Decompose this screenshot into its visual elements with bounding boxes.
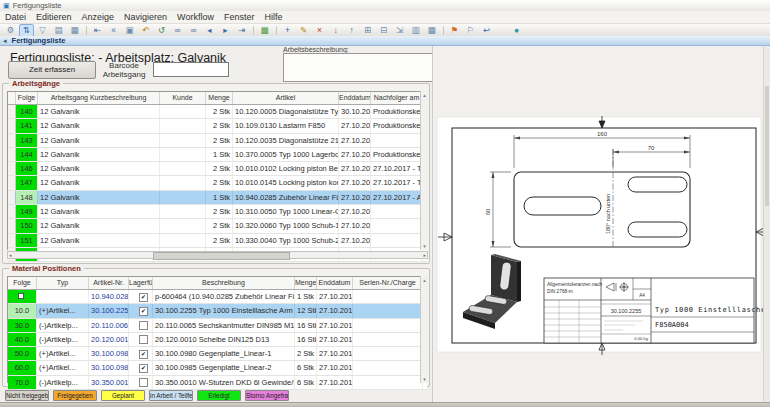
menu-navigieren[interactable]: Navigieren <box>119 11 172 24</box>
column-header[interactable]: Artikel-Nr. <box>89 277 129 289</box>
row-selector[interactable] <box>8 134 16 147</box>
prev-record-icon[interactable]: ◂ <box>202 24 217 37</box>
legend-erledigt[interactable]: Erledigt <box>197 390 241 401</box>
tab-fertigungsliste[interactable]: Fertigungsliste <box>12 36 66 45</box>
checkbox-checked-icon[interactable]: ✔ <box>139 364 148 373</box>
table-icon[interactable]: ▦ <box>424 24 439 37</box>
table-row[interactable]: 10.0(+)Artikel...30.100.2255✔30.100.2255… <box>8 304 427 318</box>
scroll-up-icon[interactable]: ▴ <box>421 277 428 283</box>
table-row[interactable]: 30.0(-)Artikelp...20.110.006520.110.0065… <box>8 319 427 333</box>
help-icon[interactable]: ● <box>509 24 524 37</box>
legend-storno-angefragt[interactable]: Storno Angefragt <box>245 390 289 401</box>
flag-outline-icon[interactable]: ⚐ <box>463 24 478 37</box>
row-selector[interactable] <box>8 119 16 132</box>
scroll-right-icon[interactable]: ▸ <box>423 252 426 258</box>
edit-icon[interactable]: ✎ <box>296 24 311 37</box>
menu-workflow[interactable]: Workflow <box>172 11 219 24</box>
table-row[interactable]: 60.0(+)Artikel...30.100.0985✔30.100.0985… <box>8 361 427 375</box>
flag-icon[interactable]: ⚑ <box>447 24 462 37</box>
row-selector[interactable] <box>8 205 16 218</box>
menu-hilfe[interactable]: Hilfe <box>259 11 287 24</box>
row-selector[interactable] <box>8 234 16 247</box>
scroll-up-icon[interactable]: ▴ <box>421 92 428 98</box>
delete-icon[interactable]: × <box>312 24 327 37</box>
column-header[interactable]: Lagerführung <box>129 277 153 289</box>
table-row[interactable]: 14712 Galvanik2 Stk10.010.0145 Locking p… <box>8 176 427 190</box>
scroll-down-icon[interactable]: ▾ <box>421 376 428 382</box>
arbeitsbeschreibung-box[interactable] <box>283 53 434 82</box>
row-selector[interactable] <box>8 162 16 175</box>
first-record-icon[interactable]: ⇤ <box>90 24 105 37</box>
menu-datei[interactable]: Datei <box>0 11 31 24</box>
column-header[interactable]: Serien-Nr./Charge <box>353 277 423 289</box>
filter-icon[interactable]: ▽ <box>35 24 50 37</box>
checkbox-checked-icon[interactable]: ✔ <box>139 350 148 359</box>
detail-icon[interactable]: ⊟ <box>376 24 391 37</box>
checkbox-checked-icon[interactable]: ✔ <box>139 307 148 316</box>
tab-collapse-icon[interactable]: ◂ <box>3 37 7 44</box>
arrow-up-icon[interactable]: ↑ <box>344 24 359 37</box>
window-vscrollbar[interactable] <box>763 46 770 402</box>
table-row[interactable]: 14012 Galvanik2 Stk10.120.0005 Diagonals… <box>8 105 427 119</box>
table-row[interactable]: 14612 Galvanik2 Stk10.010.0102 Locking p… <box>8 162 427 176</box>
checkbox-unchecked-icon[interactable] <box>139 335 148 344</box>
column-header[interactable]: Folge <box>16 92 38 104</box>
export-icon[interactable]: ⇲ <box>392 24 407 37</box>
menu-fenster[interactable]: Fenster <box>219 11 260 24</box>
row-selector[interactable] <box>8 105 16 118</box>
table-row[interactable]: 15012 Galvanik2 Stk10.320.0060 Typ 1000 … <box>8 219 427 233</box>
column-header[interactable]: Menge <box>295 277 317 289</box>
legend-nicht-freigegeben[interactable]: Nicht freigegeben <box>5 390 49 401</box>
scrollbar-thumb[interactable] <box>153 252 290 260</box>
table-row[interactable]: 50.0(+)Artikel...30.100.0980✔30.100.0980… <box>8 347 427 361</box>
list-view-icon[interactable]: ▤ <box>51 24 66 37</box>
checkbox-unchecked-icon[interactable] <box>139 378 148 387</box>
scrollbar-thumb[interactable] <box>765 86 769 206</box>
column-header[interactable]: Artikel <box>233 92 339 104</box>
scroll-down-icon[interactable]: ▾ <box>421 243 428 249</box>
legend-freigegeben[interactable]: Freigegeben <box>53 390 97 401</box>
save-icon[interactable]: ▣ <box>122 24 137 37</box>
last-record-icon[interactable]: ⇥ <box>234 24 249 37</box>
legend-geplant[interactable]: Geplant <box>101 390 145 401</box>
image-icon[interactable]: ▩ <box>257 24 272 37</box>
menu-editieren[interactable]: Editieren <box>31 11 77 24</box>
process-icon[interactable]: ⚙ <box>3 24 18 37</box>
column-header[interactable]: Enddatum <box>339 92 371 104</box>
zeit-erfassen-button[interactable]: Zeit erfassen <box>8 61 96 79</box>
window-icon[interactable]: ⊞ <box>360 24 375 37</box>
menu-anzeige[interactable]: Anzeige <box>77 11 120 24</box>
table-row[interactable]: 15112 Galvanik2 Stk10.330.0040 Typ 1000 … <box>8 234 427 248</box>
row-selector[interactable] <box>8 219 16 232</box>
arbeitsgaenge-vscrollbar[interactable]: ▴ ▾ <box>420 91 428 250</box>
column-header[interactable]: Folge <box>8 277 37 289</box>
column-header[interactable]: Arbeitsgang Kurzbeschreibung <box>38 92 160 104</box>
column-header[interactable]: Beschreibung <box>153 277 295 289</box>
material-vscrollbar[interactable]: ▴ ▾ <box>420 276 428 383</box>
undo-all-icon[interactable]: ↩ <box>479 24 494 37</box>
legend-in-arbeit-teilfertig[interactable]: in Arbeit / Teilfertig <box>149 390 193 401</box>
checkbox-checked-icon[interactable]: ✔ <box>139 293 148 302</box>
checkbox-unchecked-icon[interactable] <box>139 321 148 330</box>
column-header[interactable]: Kunde <box>160 92 206 104</box>
grid-view-icon[interactable]: ▦ <box>67 24 82 37</box>
table-row[interactable]: 40.0(-)Artikelp...20.120.001020.120.0010… <box>8 333 427 347</box>
row-selector[interactable] <box>8 148 16 161</box>
table-row[interactable]: 14912 Galvanik2 Stk10.310.0050 Typ 1000 … <box>8 205 427 219</box>
search-next-icon[interactable]: ∞ <box>186 24 201 37</box>
row-selector[interactable] <box>8 176 16 189</box>
row-selector[interactable] <box>8 191 16 204</box>
table-row[interactable]: 14412 Galvanik1 Stk10.370.0005 Typ 1000 … <box>8 148 427 162</box>
add-icon[interactable]: + <box>280 24 295 37</box>
column-header[interactable]: Enddatum <box>317 277 353 289</box>
report-icon[interactable]: ▥ <box>408 24 423 37</box>
table-row[interactable]: 70.0(-)Artikelp...30.350.001030.350.0010… <box>8 376 427 390</box>
table-row[interactable]: 14312 Galvanik2 Stk10.120.0035 Diagonals… <box>8 134 427 148</box>
table-row[interactable]: 14812 Galvanik1 Stk10.940.0285 Zubehör L… <box>8 191 427 205</box>
column-header[interactable]: Typ <box>37 277 89 289</box>
table-row[interactable]: 10.940.0285✔p-600464 (10.940.0285 Zubehö… <box>8 290 427 304</box>
next-record-icon[interactable]: ▸ <box>218 24 233 37</box>
search-icon[interactable]: ∞ <box>170 24 185 37</box>
sort-icon[interactable]: ⇅ <box>19 24 34 37</box>
arrow-down-icon[interactable]: ↓ <box>328 24 343 37</box>
